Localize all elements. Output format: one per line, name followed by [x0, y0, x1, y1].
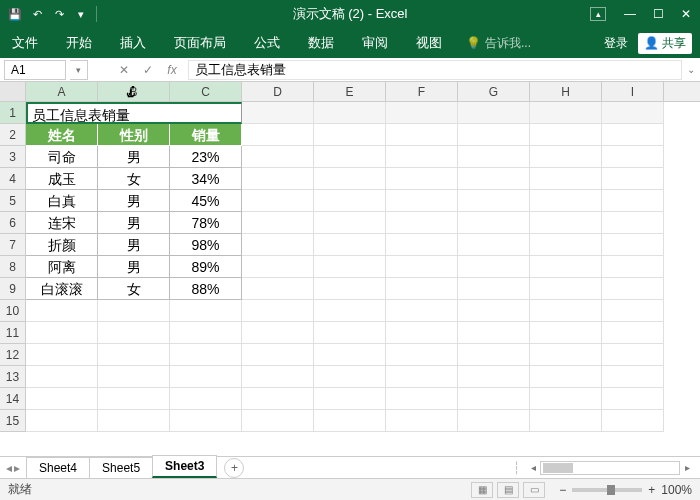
cell[interactable]: [530, 234, 602, 256]
row-header[interactable]: 11: [0, 322, 26, 344]
cell[interactable]: [98, 300, 170, 322]
data-cell[interactable]: 98%: [170, 234, 242, 256]
cell[interactable]: [386, 212, 458, 234]
row-header[interactable]: 3: [0, 146, 26, 168]
cell[interactable]: [458, 322, 530, 344]
tab-review[interactable]: 审阅: [358, 28, 392, 58]
row-header[interactable]: 6: [0, 212, 26, 234]
cell[interactable]: [386, 300, 458, 322]
cell[interactable]: [242, 410, 314, 432]
cell[interactable]: [602, 146, 664, 168]
cell[interactable]: [458, 410, 530, 432]
cell[interactable]: [314, 168, 386, 190]
save-icon[interactable]: 💾: [6, 5, 24, 23]
cell[interactable]: [26, 300, 98, 322]
data-cell[interactable]: 89%: [170, 256, 242, 278]
cell[interactable]: [602, 344, 664, 366]
cell[interactable]: [170, 300, 242, 322]
cell[interactable]: [26, 322, 98, 344]
cell[interactable]: [170, 366, 242, 388]
cell[interactable]: [602, 388, 664, 410]
row-header[interactable]: 8: [0, 256, 26, 278]
cell[interactable]: [170, 388, 242, 410]
cell[interactable]: [530, 278, 602, 300]
cell[interactable]: [314, 366, 386, 388]
cell[interactable]: [602, 212, 664, 234]
data-cell[interactable]: 34%: [170, 168, 242, 190]
cell[interactable]: [98, 366, 170, 388]
normal-view-icon[interactable]: ▦: [471, 482, 493, 498]
row-header[interactable]: 5: [0, 190, 26, 212]
data-cell[interactable]: 司命: [26, 146, 98, 168]
cell[interactable]: [530, 344, 602, 366]
data-cell[interactable]: 连宋: [26, 212, 98, 234]
cell[interactable]: [314, 300, 386, 322]
qat-dropdown-icon[interactable]: ▾: [72, 5, 90, 23]
cell[interactable]: [314, 256, 386, 278]
col-header-B[interactable]: B: [98, 82, 170, 101]
cell[interactable]: [26, 410, 98, 432]
cell[interactable]: [386, 146, 458, 168]
data-cell[interactable]: 78%: [170, 212, 242, 234]
tab-page-layout[interactable]: 页面布局: [170, 28, 230, 58]
zoom-out-button[interactable]: −: [559, 483, 566, 497]
data-cell[interactable]: 男: [98, 190, 170, 212]
cell[interactable]: [386, 102, 458, 124]
row-header[interactable]: 15: [0, 410, 26, 432]
cell[interactable]: [602, 278, 664, 300]
sheet-tab[interactable]: Sheet5: [89, 457, 153, 478]
tell-me[interactable]: 💡 告诉我...: [466, 35, 531, 52]
cell[interactable]: [314, 322, 386, 344]
tab-insert[interactable]: 插入: [116, 28, 150, 58]
maximize-button[interactable]: ☐: [644, 0, 672, 28]
cell[interactable]: [602, 102, 664, 124]
cell[interactable]: [458, 256, 530, 278]
row-header[interactable]: 9: [0, 278, 26, 300]
zoom-in-button[interactable]: +: [648, 483, 655, 497]
cell[interactable]: [458, 278, 530, 300]
col-header-I[interactable]: I: [602, 82, 664, 101]
cell[interactable]: [458, 190, 530, 212]
tab-file[interactable]: 文件: [8, 28, 42, 58]
cell[interactable]: [458, 102, 530, 124]
zoom-level[interactable]: 100%: [661, 483, 692, 497]
cell[interactable]: [242, 190, 314, 212]
cell[interactable]: [386, 366, 458, 388]
add-sheet-button[interactable]: +: [224, 458, 244, 478]
cell[interactable]: [530, 366, 602, 388]
data-cell[interactable]: 男: [98, 212, 170, 234]
cell[interactable]: [242, 124, 314, 146]
table-header-cell[interactable]: 销量: [170, 124, 242, 146]
cell[interactable]: [386, 322, 458, 344]
cell[interactable]: [530, 146, 602, 168]
cell[interactable]: [602, 190, 664, 212]
cell[interactable]: [386, 410, 458, 432]
col-header-C[interactable]: C: [170, 82, 242, 101]
cell[interactable]: [26, 388, 98, 410]
data-cell[interactable]: 女: [98, 168, 170, 190]
data-cell[interactable]: 折颜: [26, 234, 98, 256]
cell[interactable]: [458, 234, 530, 256]
row-header[interactable]: 13: [0, 366, 26, 388]
cell[interactable]: [458, 388, 530, 410]
table-header-cell[interactable]: 性别: [98, 124, 170, 146]
cell[interactable]: [170, 344, 242, 366]
hscroll-track[interactable]: [540, 461, 680, 475]
cell[interactable]: [458, 300, 530, 322]
tab-formulas[interactable]: 公式: [250, 28, 284, 58]
cell[interactable]: [602, 124, 664, 146]
ribbon-options-icon[interactable]: ▴: [590, 7, 606, 21]
cell[interactable]: [314, 278, 386, 300]
cell[interactable]: [242, 322, 314, 344]
cell[interactable]: [458, 146, 530, 168]
fx-icon[interactable]: fx: [164, 63, 180, 77]
cell[interactable]: [602, 322, 664, 344]
sheet-next-icon[interactable]: ▸: [14, 461, 20, 475]
formula-input[interactable]: 员工信息表销量: [188, 60, 682, 80]
cell[interactable]: [530, 168, 602, 190]
cell[interactable]: [602, 168, 664, 190]
data-cell[interactable]: 45%: [170, 190, 242, 212]
cell[interactable]: [242, 256, 314, 278]
data-cell[interactable]: 成玉: [26, 168, 98, 190]
hscroll-left-icon[interactable]: ◂: [526, 462, 540, 473]
